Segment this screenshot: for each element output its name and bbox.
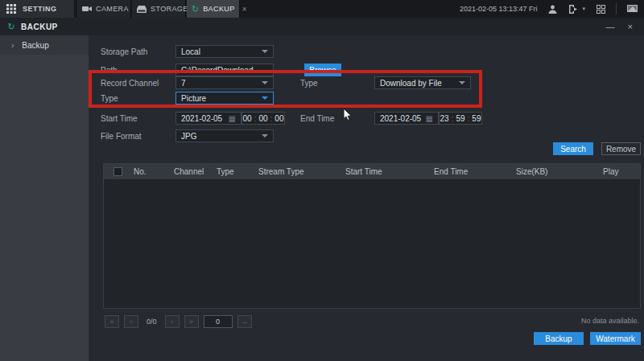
page-number-input[interactable] <box>204 315 233 328</box>
start-time-label: Start Time <box>101 114 138 123</box>
storage-icon <box>137 5 147 13</box>
table-header-row: No. Channel Type Stream Type Start Time … <box>104 164 640 179</box>
go-page-button[interactable]: → <box>237 315 252 328</box>
tab-label: STORAGE <box>151 5 188 13</box>
file-format-label: File Format <box>101 132 142 141</box>
backup-window: SETTING CAMERA × STORAGE × <box>0 0 644 361</box>
col-type: Type <box>217 167 234 176</box>
storage-path-label: Storage Path <box>101 47 147 56</box>
col-start-time: Start Time <box>345 167 382 176</box>
mouse-cursor <box>343 108 353 123</box>
setting-label: SETTING <box>23 5 57 13</box>
pagination: « ‹ 0/0 › » → <box>105 315 252 328</box>
sidebar: › Backup <box>0 35 89 361</box>
col-channel: Channel <box>174 167 204 176</box>
storage-path-select[interactable]: Local <box>175 45 274 58</box>
download-type-select[interactable]: Download by File <box>374 76 471 89</box>
chevron-down-icon <box>262 134 268 137</box>
end-time-input[interactable]: 23: 59: 59 <box>439 112 482 125</box>
chevron-down-icon <box>262 50 268 53</box>
chevron-down-icon <box>262 96 268 100</box>
backup-button[interactable]: Backup <box>534 332 584 345</box>
user-icon[interactable] <box>547 3 558 14</box>
search-button[interactable]: Search <box>553 142 593 155</box>
tab-label: BACKUP <box>203 5 234 13</box>
chevron-down-icon <box>459 81 465 84</box>
tab-storage[interactable]: STORAGE × <box>132 0 186 18</box>
topbar-right: 2021-02-05 13:13:47 Fri ▾ <box>460 0 644 18</box>
calendar-icon[interactable]: ▦ <box>426 114 433 123</box>
path-input[interactable]: C:\RecordDownload <box>175 64 274 76</box>
col-play: Play <box>603 167 618 176</box>
select-all-checkbox[interactable] <box>114 167 122 176</box>
results-table: No. Channel Type Stream Type Start Time … <box>103 163 641 309</box>
setting-menu[interactable]: SETTING <box>0 0 74 18</box>
record-channel-select[interactable]: 7 <box>175 76 274 89</box>
sidebar-item-label: Backup <box>22 41 48 50</box>
start-time-input[interactable]: 00: 00: 00 <box>242 112 285 125</box>
chevron-right-icon: › <box>11 41 14 50</box>
top-tab-bar: SETTING CAMERA × STORAGE × <box>0 0 644 18</box>
page-position: 0/0 <box>143 318 160 326</box>
window-title: BACKUP <box>21 23 58 31</box>
apps-grid-icon <box>6 5 16 13</box>
window-titlebar: ↻ BACKUP — × <box>0 18 644 35</box>
end-time-label: End Time <box>300 114 334 123</box>
last-page-button[interactable]: » <box>184 315 199 328</box>
col-no: No. <box>134 167 147 176</box>
col-size: Size(KB) <box>516 167 547 176</box>
backup-refresh-icon: ↻ <box>192 5 199 13</box>
display-icon[interactable] <box>626 3 638 14</box>
tab-label: CAMERA <box>96 5 129 13</box>
tab-camera[interactable]: CAMERA × <box>77 0 131 18</box>
minimize-button[interactable]: — <box>606 22 615 31</box>
backup-refresh-icon: ↻ <box>6 23 16 31</box>
sidebar-item-backup[interactable]: › Backup <box>0 35 89 55</box>
logout-icon[interactable] <box>568 3 579 14</box>
media-type-label: Type <box>101 94 118 103</box>
logout-caret-icon[interactable]: ▾ <box>582 6 585 12</box>
remove-button[interactable]: Remove <box>601 142 641 155</box>
start-date-input[interactable]: 2021-02-05 ▦ <box>175 112 242 125</box>
col-stream-type: Stream Type <box>258 167 304 176</box>
tab-close-icon[interactable]: × <box>242 5 247 14</box>
chevron-down-icon <box>262 81 268 84</box>
layout-grid-icon[interactable] <box>595 3 606 14</box>
no-data-text: No data available. <box>581 317 639 325</box>
first-page-button[interactable]: « <box>105 315 119 328</box>
next-page-button[interactable]: › <box>165 315 180 328</box>
end-date-input[interactable]: 2021-02-05 ▦ <box>374 112 439 125</box>
file-format-select[interactable]: JPG <box>175 129 274 142</box>
camera-icon <box>82 5 92 13</box>
path-label: Path <box>101 66 118 75</box>
browse-button[interactable]: Browse <box>304 64 341 76</box>
media-type-select[interactable]: Picture <box>175 92 274 105</box>
close-button[interactable]: × <box>628 22 633 31</box>
download-type-label: Type <box>300 79 318 88</box>
tab-backup[interactable]: ↻ BACKUP × <box>187 0 240 18</box>
record-channel-label: Record Channel <box>101 79 159 88</box>
prev-page-button[interactable]: ‹ <box>124 315 138 328</box>
datetime-label: 2021-02-05 13:13:47 Fri <box>460 5 538 13</box>
watermark-button[interactable]: Watermark <box>590 332 641 345</box>
col-end-time: End Time <box>434 167 468 176</box>
topbar-divider <box>616 3 617 14</box>
calendar-icon[interactable]: ▦ <box>229 114 236 123</box>
